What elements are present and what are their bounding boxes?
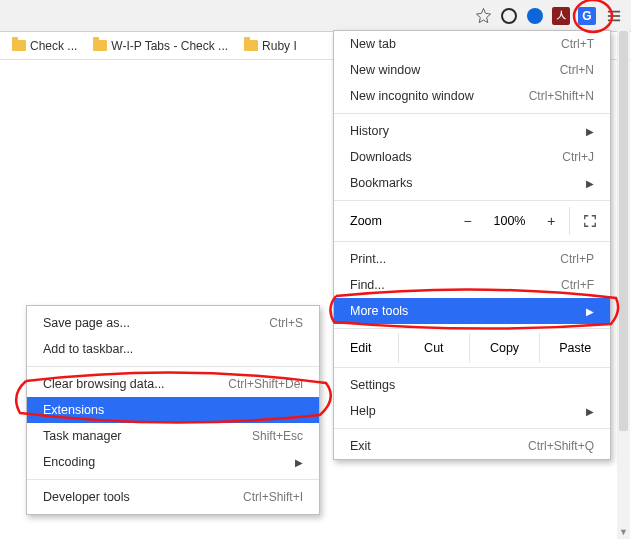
menu-separator (27, 479, 319, 480)
scroll-down-icon[interactable]: ▼ (619, 527, 627, 537)
scrollbar-thumb[interactable] (619, 31, 628, 431)
submenu-item-devtools[interactable]: Developer toolsCtrl+Shift+I (27, 484, 319, 510)
folder-icon (244, 40, 258, 51)
folder-icon (93, 40, 107, 51)
translate-icon[interactable]: G (577, 6, 597, 26)
vertical-scrollbar[interactable]: ▲ ▼ (617, 31, 630, 539)
menu-separator (334, 241, 610, 242)
zoom-value: 100% (485, 214, 534, 228)
opera-icon[interactable] (525, 6, 545, 26)
bookmark-star-icon[interactable] (473, 6, 493, 26)
menu-item-more-tools[interactable]: More tools▶ (334, 298, 610, 324)
zoom-label: Zoom (350, 214, 450, 228)
browser-toolbar: 人 G (0, 0, 631, 32)
menu-separator (334, 328, 610, 329)
menu-item-exit[interactable]: ExitCtrl+Shift+Q (334, 433, 610, 459)
submenu-item-add-taskbar[interactable]: Add to taskbar... (27, 336, 319, 362)
menu-item-edit-row: Edit Cut Copy Paste (334, 333, 610, 363)
menu-item-zoom: Zoom − 100% + (334, 205, 610, 237)
chevron-right-icon: ▶ (586, 306, 594, 317)
menu-separator (334, 113, 610, 114)
submenu-item-clear-data[interactable]: Clear browsing data...Ctrl+Shift+Del (27, 371, 319, 397)
more-tools-submenu: Save page as...Ctrl+S Add to taskbar... … (26, 305, 320, 515)
menu-item-new-window[interactable]: New windowCtrl+N (334, 57, 610, 83)
zoom-out-button[interactable]: − (450, 207, 485, 235)
menu-separator (334, 200, 610, 201)
menu-item-print[interactable]: Print...Ctrl+P (334, 246, 610, 272)
bookmark-label: Check ... (30, 39, 77, 53)
folder-icon (12, 40, 26, 51)
hamburger-menu-icon[interactable] (603, 5, 625, 27)
fullscreen-icon[interactable] (569, 207, 610, 235)
paste-button[interactable]: Paste (539, 333, 610, 363)
submenu-item-task-manager[interactable]: Task managerShift+Esc (27, 423, 319, 449)
cut-button[interactable]: Cut (398, 333, 469, 363)
menu-separator (334, 428, 610, 429)
menu-separator (27, 366, 319, 367)
menu-item-bookmarks[interactable]: Bookmarks▶ (334, 170, 610, 196)
chevron-right-icon: ▶ (586, 178, 594, 189)
chevron-right-icon: ▶ (295, 457, 303, 468)
menu-separator (334, 367, 610, 368)
submenu-item-extensions[interactable]: Extensions (27, 397, 319, 423)
bookmark-label: W-I-P Tabs - Check ... (111, 39, 228, 53)
bookmark-item[interactable]: W-I-P Tabs - Check ... (87, 37, 234, 55)
chevron-right-icon: ▶ (586, 126, 594, 137)
bookmark-item[interactable]: Check ... (6, 37, 83, 55)
menu-item-history[interactable]: History▶ (334, 118, 610, 144)
menu-item-new-tab[interactable]: New tabCtrl+T (334, 31, 610, 57)
chrome-main-menu: New tabCtrl+T New windowCtrl+N New incog… (333, 30, 611, 460)
bookmark-item[interactable]: Ruby I (238, 37, 303, 55)
ghostery-icon[interactable] (499, 6, 519, 26)
menu-item-downloads[interactable]: DownloadsCtrl+J (334, 144, 610, 170)
menu-item-find[interactable]: Find...Ctrl+F (334, 272, 610, 298)
menu-item-help[interactable]: Help▶ (334, 398, 610, 424)
submenu-item-save-page[interactable]: Save page as...Ctrl+S (27, 310, 319, 336)
zoom-in-button[interactable]: + (534, 207, 569, 235)
chevron-right-icon: ▶ (586, 406, 594, 417)
bookmark-label: Ruby I (262, 39, 297, 53)
menu-item-incognito[interactable]: New incognito windowCtrl+Shift+N (334, 83, 610, 109)
pdf-icon[interactable]: 人 (551, 6, 571, 26)
copy-button[interactable]: Copy (469, 333, 540, 363)
submenu-item-encoding[interactable]: Encoding▶ (27, 449, 319, 475)
menu-item-settings[interactable]: Settings (334, 372, 610, 398)
edit-label: Edit (334, 333, 398, 363)
